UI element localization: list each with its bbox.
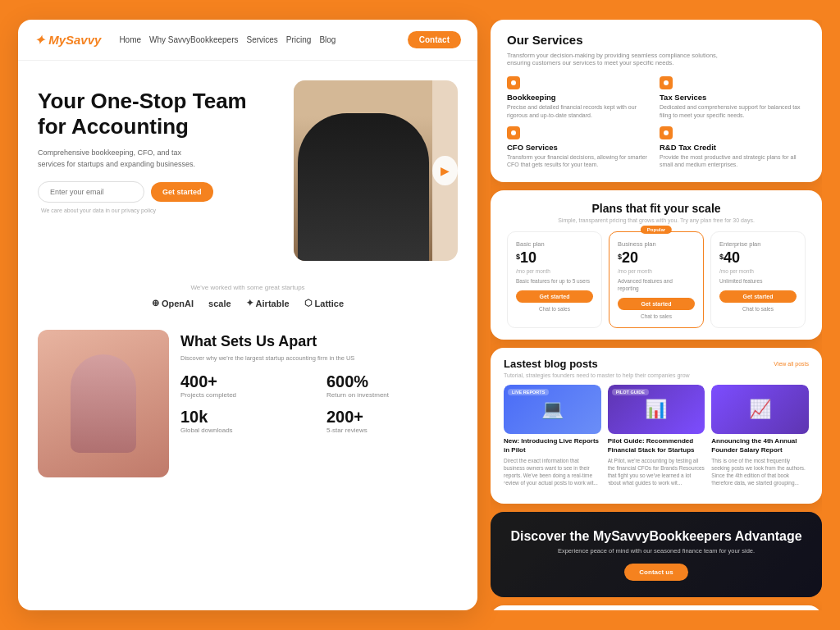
stat-roi: 600% Return on investment: [326, 373, 458, 399]
discover-title: Discover the MySavvyBookkeepers Advantag…: [507, 528, 806, 544]
service-bookkeeping-name: Bookkeeping: [507, 93, 653, 102]
cfo-icon: [507, 126, 520, 139]
contact-button[interactable]: Contact: [408, 31, 461, 48]
stat-projects-number: 400+: [180, 373, 312, 390]
discover-section: Discover the MySavvyBookkeepers Advantag…: [491, 512, 822, 597]
hero-image-box: ▶: [294, 80, 458, 261]
plan-basic-price: $10: [516, 249, 593, 267]
plan-enterprise-link[interactable]: Chat to sales: [719, 306, 797, 312]
laptop-icon: 💻: [541, 399, 564, 420]
stats-title: What Sets Us Apart: [180, 333, 458, 351]
service-cfo-name: CFO Services: [507, 143, 653, 152]
hero-cta-button[interactable]: Get started: [151, 182, 213, 202]
discover-subtitle: Experience peace of mind with our season…: [507, 547, 806, 555]
person-silhouette: [71, 354, 136, 453]
discover-cta-button[interactable]: Contact us: [624, 564, 687, 581]
service-rd-desc: Provide the most productive and strategi…: [660, 153, 806, 170]
blog-post-2-tag: PILOT GUIDE: [612, 389, 649, 395]
bar-chart-icon: 📈: [749, 399, 771, 420]
hero-person-body: [298, 113, 429, 261]
nav-why[interactable]: Why SavvyBookkeepers: [149, 35, 238, 44]
service-tax-name: Tax Services: [660, 93, 806, 102]
tax-icon: [660, 76, 673, 89]
bookkeeping-icon: [507, 76, 520, 89]
blog-post-2-title: Pilot Guide: Recommended Financial Stack…: [608, 437, 705, 454]
discover-content: Discover the MySavvyBookkeepers Advantag…: [507, 528, 806, 581]
hero-privacy-text: We care about your data in our privacy p…: [41, 208, 279, 213]
partner-lattice: ⬡ Lattice: [304, 298, 344, 308]
hero-section: Your One-Stop Team for Accounting Compre…: [18, 61, 477, 274]
plan-enterprise-cta[interactable]: Get started: [719, 290, 797, 303]
blog-view-all[interactable]: View all posts: [774, 361, 809, 367]
blog-post-1-title: New: Introducing Live Reports in Pilot: [504, 437, 601, 454]
partner-openai: ⊕ OpenAI: [152, 298, 194, 308]
service-tax-desc: Dedicated and comprehensive support for …: [660, 103, 806, 120]
plan-business-price: $20: [618, 249, 695, 267]
plan-enterprise: Enterprise plan $40 /mo per month Unlimi…: [710, 231, 806, 328]
plan-business: Popular Business plan $20 /mo per month …: [609, 231, 704, 328]
services-grid: Bookkeeping Precise and detailed financi…: [507, 76, 806, 169]
play-button[interactable]: ▶: [432, 156, 458, 185]
partner-airtable: ✦ Airtable: [246, 298, 290, 308]
featured-badge: Popular: [641, 226, 672, 234]
stat-reviews: 200+ 5-star reviews: [326, 409, 458, 434]
brand-logo: ✦ MySavvy: [34, 33, 101, 48]
blog-section: Lastest blog posts View all posts Tutori…: [491, 348, 822, 503]
hero-form: Get started: [38, 181, 279, 203]
service-cfo: CFO Services Transform your financial de…: [507, 126, 653, 170]
partners-label: We've worked with some great startups: [38, 284, 458, 291]
blog-post-1: LIVE REPORTS 💻 New: Introducing Live Rep…: [504, 385, 601, 486]
stat-downloads-label: Global downloads: [180, 427, 312, 434]
hero-image: ▶: [294, 80, 458, 261]
blog-post-2-image: PILOT GUIDE 📊: [608, 385, 705, 434]
services-title: Our Services: [507, 33, 806, 47]
rd-icon: [660, 126, 673, 139]
nav-links: Home Why SavvyBookkeepers Services Prici…: [119, 35, 395, 44]
blog-header: Lastest blog posts View all posts: [504, 358, 809, 370]
plan-business-features: Advanced features and reporting: [618, 277, 695, 292]
nav-blog[interactable]: Blog: [319, 35, 336, 44]
stat-projects: 400+ Projects completed: [180, 373, 312, 399]
footer-section: ✦MySavvy We care about your data in our …: [491, 605, 822, 610]
plan-basic-name: Basic plan: [516, 240, 593, 248]
plan-business-cta[interactable]: Get started: [618, 298, 695, 310]
stats-section: What Sets Us Apart Discover why we're th…: [180, 330, 458, 434]
service-rd: R&D Tax Credit Provide the most producti…: [660, 126, 806, 170]
service-bookkeeping-desc: Precise and detailed financial records k…: [507, 103, 653, 120]
blog-post-3-title: Announcing the 4th Annual Founder Salary…: [711, 437, 809, 454]
nav-services[interactable]: Services: [246, 35, 277, 44]
blog-post-1-desc: Direct the exact information that busine…: [504, 457, 601, 486]
nav-home[interactable]: Home: [119, 35, 141, 44]
stats-subtitle: Discover why we're the largest startup a…: [180, 354, 458, 362]
person-image: [38, 330, 169, 477]
blog-post-2: PILOT GUIDE 📊 Pilot Guide: Recommended F…: [608, 385, 705, 486]
hero-left: Your One-Stop Team for Accounting Compre…: [38, 80, 279, 213]
plan-basic-cta[interactable]: Get started: [516, 290, 593, 303]
stat-reviews-number: 200+: [326, 409, 458, 425]
plan-basic: Basic plan $10 /mo per month Basic featu…: [507, 231, 602, 328]
stat-roi-label: Return on investment: [326, 391, 458, 399]
blog-post-3-image: 📈: [711, 385, 809, 434]
service-bookkeeping: Bookkeeping Precise and detailed financi…: [507, 76, 653, 120]
navigation: ✦ MySavvy Home Why SavvyBookkeepers Serv…: [18, 20, 477, 61]
hero-person-image: [294, 80, 432, 261]
plan-basic-link[interactable]: Chat to sales: [516, 306, 593, 312]
blog-title: Lastest blog posts: [504, 358, 598, 370]
plan-enterprise-period: /mo per month: [719, 268, 797, 274]
stat-reviews-label: 5-star reviews: [326, 427, 458, 434]
partners-section: We've worked with some great startups ⊕ …: [18, 274, 477, 317]
plan-business-period: /mo per month: [618, 268, 695, 274]
right-panel: Our Services Transform your decision-mak…: [491, 20, 822, 610]
partner-logos: ⊕ OpenAI scale ✦ Airtable ⬡ Lattice: [38, 298, 458, 308]
stats-grid: 400+ Projects completed 600% Return on i…: [180, 373, 458, 434]
plan-enterprise-features: Unlimited features: [719, 277, 797, 285]
hero-email-input[interactable]: [38, 181, 144, 203]
chart-icon: 📊: [645, 399, 667, 420]
what-sets-us-apart-section: What Sets Us Apart Discover why we're th…: [18, 317, 477, 494]
service-cfo-desc: Transform your financial decisions, allo…: [507, 153, 653, 170]
nav-pricing[interactable]: Pricing: [286, 35, 312, 44]
hero-subtitle: Comprehensive bookkeeping, CFO, and tax …: [38, 148, 202, 170]
plan-business-link[interactable]: Chat to sales: [618, 313, 695, 319]
pricing-grid: Basic plan $10 /mo per month Basic featu…: [507, 231, 806, 328]
stat-projects-label: Projects completed: [180, 391, 312, 399]
